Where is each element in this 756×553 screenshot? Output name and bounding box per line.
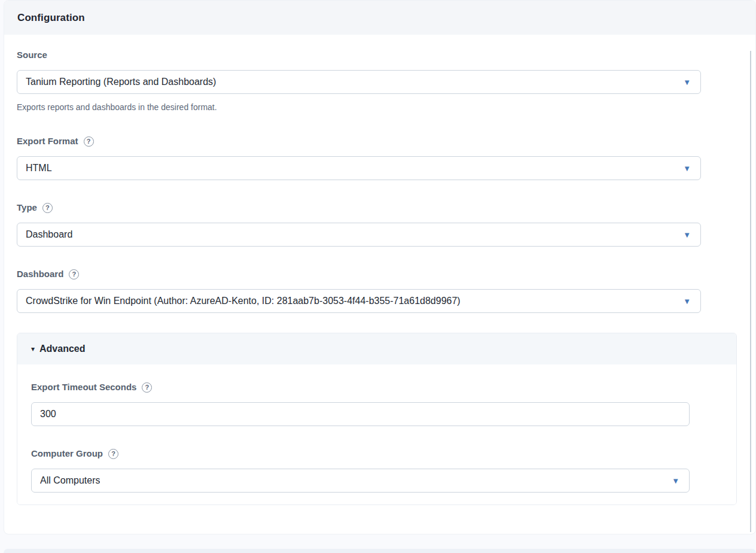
dashboard-select[interactable]: CrowdStrike for Win Endpoint (Author: Az… (17, 289, 701, 313)
panel-title: Configuration (17, 12, 85, 24)
dropdown-arrow-icon: ▼ (672, 477, 679, 485)
help-icon[interactable]: ? (84, 136, 94, 147)
configuration-panel: Configuration Source Tanium Reporting (R… (4, 0, 756, 534)
dropdown-arrow-icon: ▼ (683, 165, 691, 172)
export-timeout-input[interactable] (31, 402, 690, 426)
advanced-section-title: Advanced (39, 344, 85, 354)
dropdown-arrow-icon: ▼ (683, 231, 691, 239)
page: Configuration Source Tanium Reporting (R… (0, 0, 756, 553)
dashboard-label: Dashboard (17, 269, 63, 279)
source-label-row: Source (17, 50, 755, 60)
type-select[interactable]: Dashboard ▼ (17, 223, 701, 247)
field-source: Source Tanium Reporting (Reports and Das… (17, 50, 755, 113)
computer-group-label-row: Computer Group ? (31, 448, 736, 459)
dashboard-select-value: CrowdStrike for Win Endpoint (Author: Az… (26, 296, 461, 306)
source-select[interactable]: Tanium Reporting (Reports and Dashboards… (17, 70, 701, 94)
export-timeout-label-row: Export Timeout Seconds ? (31, 382, 736, 393)
type-label-row: Type ? (17, 202, 755, 213)
export-format-label-row: Export Format ? (17, 136, 755, 147)
export-format-select-value: HTML (26, 163, 52, 174)
advanced-section-toggle[interactable]: ▾ Advanced (17, 333, 736, 364)
collapse-caret-icon: ▾ (31, 345, 35, 353)
computer-group-select-value: All Computers (40, 475, 100, 486)
configuration-panel-header: Configuration (4, 1, 755, 35)
scrollbar[interactable] (750, 51, 751, 532)
dropdown-arrow-icon: ▼ (683, 297, 691, 305)
field-type: Type ? Dashboard ▼ (17, 202, 755, 247)
source-help-text: Exports reports and dashboards in the de… (17, 102, 755, 113)
configuration-form: Source Tanium Reporting (Reports and Das… (4, 35, 755, 505)
help-icon[interactable]: ? (108, 449, 118, 459)
computer-group-label: Computer Group (31, 448, 103, 459)
field-computer-group: Computer Group ? All Computers ▼ (31, 448, 736, 493)
type-label: Type (17, 202, 37, 213)
help-icon[interactable]: ? (42, 203, 53, 213)
export-format-label: Export Format (17, 136, 78, 147)
export-timeout-label: Export Timeout Seconds (31, 382, 136, 393)
dropdown-arrow-icon: ▼ (683, 78, 691, 86)
dashboard-label-row: Dashboard ? (17, 269, 755, 279)
export-format-select[interactable]: HTML ▼ (17, 156, 701, 180)
field-export-timeout: Export Timeout Seconds ? (31, 382, 736, 426)
next-panel-header-edge[interactable] (4, 549, 756, 553)
advanced-section: ▾ Advanced Export Timeout Seconds ? (17, 333, 737, 505)
help-icon[interactable]: ? (142, 382, 152, 393)
help-icon[interactable]: ? (69, 269, 79, 279)
source-label: Source (17, 50, 47, 60)
source-select-value: Tanium Reporting (Reports and Dashboards… (26, 77, 216, 87)
field-dashboard: Dashboard ? CrowdStrike for Win Endpoint… (17, 269, 755, 313)
field-export-format: Export Format ? HTML ▼ (17, 136, 755, 180)
advanced-section-body: Export Timeout Seconds ? Computer Group … (17, 364, 736, 505)
computer-group-select[interactable]: All Computers ▼ (31, 469, 690, 493)
type-select-value: Dashboard (26, 229, 72, 240)
